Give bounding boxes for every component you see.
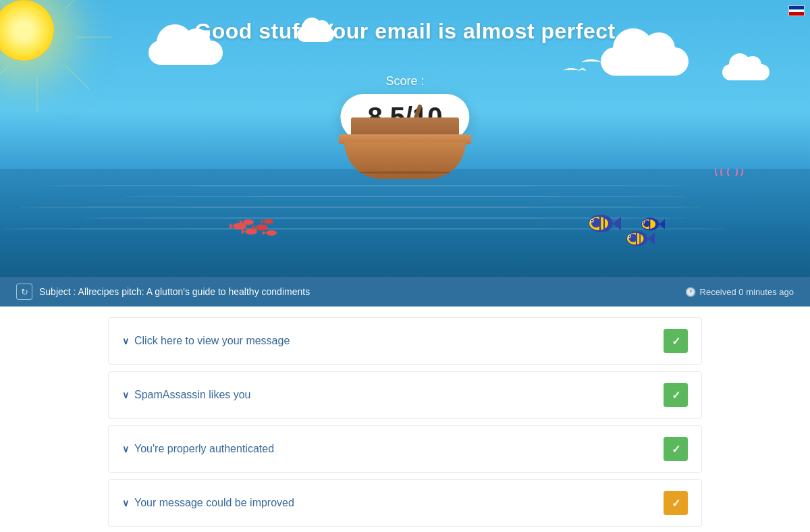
accordion-chevron-1: ∨ <box>122 390 129 400</box>
accordion-text-2: You're properly authenticated <box>134 443 274 455</box>
accordion-item-2[interactable]: ∨ You're properly authenticated✓ <box>108 425 702 473</box>
content-area: ∨ Click here to view your message✓∨ Spam… <box>0 307 810 532</box>
accordion-text-1: SpamAssassin likes you <box>134 389 251 401</box>
svg-marker-42 <box>659 219 665 230</box>
svg-point-15 <box>245 229 257 235</box>
svg-point-30 <box>591 220 593 221</box>
boat-hull <box>344 142 466 179</box>
svg-line-1 <box>65 0 90 9</box>
svg-marker-22 <box>263 231 266 235</box>
svg-marker-14 <box>230 223 233 230</box>
lang-flag[interactable] <box>788 5 805 19</box>
refresh-icon[interactable]: ↻ <box>16 284 32 300</box>
info-bar-right: 🕐 Received 0 minutes ago <box>685 287 794 297</box>
water <box>0 169 810 277</box>
small-fish-group <box>230 213 284 240</box>
svg-point-19 <box>256 225 268 231</box>
bird-1 <box>582 59 601 66</box>
svg-line-4 <box>20 77 55 111</box>
accordion-chevron-0: ∨ <box>122 336 129 346</box>
cloud-4 <box>722 64 770 80</box>
accordion-label-1: ∨ SpamAssassin likes you <box>122 389 251 401</box>
bird-3 <box>564 68 578 74</box>
hero-section: Good stuff. Your email is almost perfect… <box>0 0 810 277</box>
water-lines <box>0 176 810 239</box>
jellyfish <box>702 169 756 179</box>
tropical-fish-3 <box>638 211 665 240</box>
svg-marker-24 <box>261 219 264 223</box>
accordion-chevron-3: ∨ <box>122 498 129 508</box>
accordion-text-3: Your message could be improved <box>134 497 294 509</box>
accordion-item-0[interactable]: ∨ Click here to view your message✓ <box>108 317 702 365</box>
svg-line-5 <box>0 65 9 90</box>
cloud-1 <box>148 41 223 65</box>
accordion-label-0: ∨ Click here to view your message <box>122 335 290 347</box>
svg-marker-26 <box>613 217 621 230</box>
svg-marker-16 <box>242 229 245 234</box>
accordion-badge-3: ✓ <box>664 491 688 515</box>
accordion-item-1[interactable]: ∨ SpamAssassin likes you✓ <box>108 371 702 419</box>
boat <box>331 105 479 179</box>
accordion-label-2: ∨ You're properly authenticated <box>122 443 274 455</box>
score-label: Score : <box>340 74 469 88</box>
tropical-fish-1 <box>584 207 621 243</box>
accordion-item-3[interactable]: ∨ Your message could be improved✓ <box>108 479 702 527</box>
svg-line-3 <box>65 65 90 90</box>
cloud-2 <box>297 27 334 42</box>
accordion-label-3: ∨ Your message could be improved <box>122 497 294 509</box>
clock-icon: 🕐 <box>685 287 696 297</box>
info-bar-left: ↻ Subject : Allrecipes pitch: A glutton'… <box>16 284 310 300</box>
sun <box>0 0 108 101</box>
flag-icon <box>788 5 805 16</box>
accordion-text-0: Click here to view your message <box>134 335 290 347</box>
accordion-badge-2: ✓ <box>664 437 688 461</box>
svg-point-46 <box>643 221 645 223</box>
accordion-chevron-2: ∨ <box>122 444 129 454</box>
bird-2 <box>605 52 618 57</box>
svg-point-23 <box>264 219 273 224</box>
info-bar: ↻ Subject : Allrecipes pitch: A glutton'… <box>0 277 810 307</box>
svg-point-17 <box>243 219 254 225</box>
accordion-badge-1: ✓ <box>664 383 688 407</box>
svg-point-38 <box>628 236 630 237</box>
svg-point-21 <box>266 230 277 236</box>
accordion-badge-0: ✓ <box>664 329 688 353</box>
email-subject: Subject : Allrecipes pitch: A glutton's … <box>39 286 310 297</box>
hero-title: Good stuff. Your email is almost perfect <box>0 19 810 44</box>
received-time: Received 0 minutes ago <box>700 287 794 297</box>
